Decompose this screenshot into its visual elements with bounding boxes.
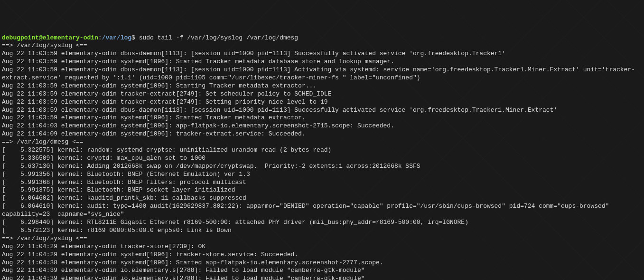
prompt-user-host: debugpoint@elementary-odin xyxy=(2,34,98,41)
log-line: [ 5.637130] kernel: Adding 2012668k swap… xyxy=(2,163,642,171)
terminal-content[interactable]: debugpoint@elementary-odin:/var/log$ sud… xyxy=(2,34,642,280)
prompt-path: /var/log xyxy=(102,34,131,41)
log-line: [ 6.572123] kernel: r8169 0000:05:00.0 e… xyxy=(2,227,642,235)
log-line: Aug 22 11:03:59 elementary-odin tracker-… xyxy=(2,90,642,98)
log-line: [ 5.991375] kernel: Bluetooth: BNEP sock… xyxy=(2,186,642,194)
log-line: ==> /var/log/dmesg <== xyxy=(2,138,642,146)
log-line: Aug 22 11:03:59 elementary-odin systemd[… xyxy=(2,114,642,122)
prompt-line: debugpoint@elementary-odin:/var/log$ sud… xyxy=(2,34,642,42)
prompt-separator: : xyxy=(98,34,102,41)
log-line: Aug 22 11:04:03 elementary-odin systemd[… xyxy=(2,122,642,130)
log-line: [ 5.322575] kernel: random: systemd-cryp… xyxy=(2,146,642,154)
log-line: Aug 22 11:04:38 elementary-odin systemd[… xyxy=(2,259,642,267)
log-line: ==> /var/log/syslog <== xyxy=(2,42,642,50)
log-line: Aug 22 11:04:39 elementary-odin io.eleme… xyxy=(2,267,642,275)
prompt-dollar: $ xyxy=(131,34,135,41)
log-line: [ 5.991368] kernel: Bluetooth: BNEP filt… xyxy=(2,179,642,187)
log-line: [ 6.298440] kernel: RTL8211E Gigabit Eth… xyxy=(2,219,642,227)
log-line: [ 5.991356] kernel: Bluetooth: BNEP (Eth… xyxy=(2,171,642,179)
log-line: Aug 22 11:03:59 elementary-odin dbus-dae… xyxy=(2,66,642,82)
log-line: Aug 22 11:04:09 elementary-odin systemd[… xyxy=(2,130,642,138)
log-output: ==> /var/log/syslog <==Aug 22 11:03:59 e… xyxy=(2,42,642,280)
log-line: Aug 22 11:04:29 elementary-odin systemd[… xyxy=(2,251,642,259)
log-line: Aug 22 11:03:59 elementary-odin dbus-dae… xyxy=(2,106,642,115)
log-line: [ 5.336509] kernel: cryptd: max_cpu_qlen… xyxy=(2,154,642,163)
log-line: [ 6.064610] kernel: audit: type=1400 aud… xyxy=(2,203,642,219)
log-line: Aug 22 11:04:29 elementary-odin tracker-… xyxy=(2,243,642,251)
log-line: Aug 22 11:03:59 elementary-odin systemd[… xyxy=(2,58,642,66)
log-line: ==> /var/log/syslog <== xyxy=(2,235,642,243)
prompt-command: sudo tail -f /var/log/syslog /var/log/dm… xyxy=(139,34,298,41)
log-line: Aug 22 11:03:59 elementary-odin tracker-… xyxy=(2,98,642,106)
log-line: Aug 22 11:03:59 elementary-odin systemd[… xyxy=(2,82,642,90)
log-line: Aug 22 11:03:59 elementary-odin dbus-dae… xyxy=(2,50,642,58)
log-line: Aug 22 11:04:39 elementary-odin io.eleme… xyxy=(2,275,642,280)
log-line: [ 6.064602] kernel: kauditd_printk_skb: … xyxy=(2,194,642,203)
